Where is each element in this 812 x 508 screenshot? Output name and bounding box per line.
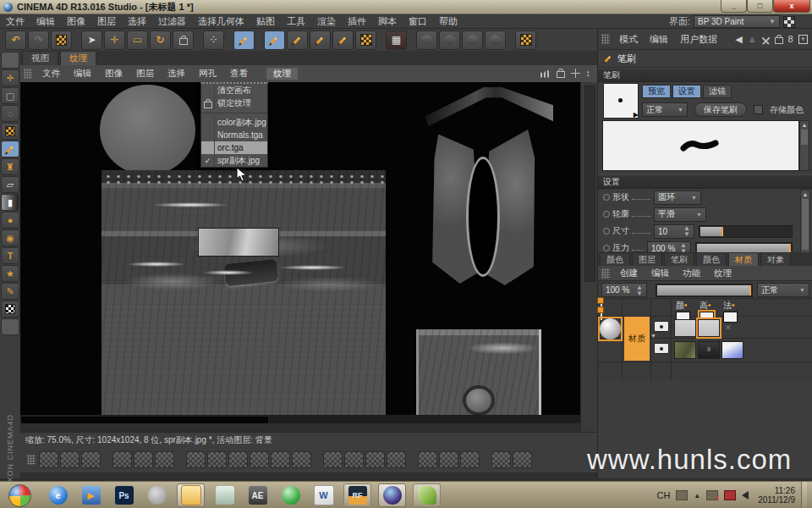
taskbar-media-player[interactable]: ▶	[78, 484, 104, 506]
tex-menu-texture-open[interactable]: 纹理	[266, 68, 298, 80]
tex-menu-mesh[interactable]: 网孔	[192, 68, 223, 80]
menu-layer[interactable]: 图层	[91, 15, 122, 28]
anim-dot-icon[interactable]	[603, 194, 610, 201]
show-desktop-button[interactable]	[801, 482, 807, 508]
texture-preset-button[interactable]	[112, 451, 132, 468]
shape-dropdown[interactable]: 圆环 ▼	[654, 190, 701, 205]
menu-image[interactable]: 图像	[61, 15, 91, 28]
taskbar-image-viewer[interactable]	[211, 484, 238, 506]
menu-select[interactable]: 选择	[122, 15, 152, 28]
drag-grip-icon[interactable]	[27, 455, 36, 465]
vscroll-thumb[interactable]	[584, 86, 595, 282]
fill-bucket-tool[interactable]: ●	[1, 212, 19, 229]
undo-stroke-button[interactable]	[51, 30, 72, 50]
new-panel-icon[interactable]: +	[798, 35, 808, 44]
lasso-tool[interactable]: ◌	[1, 105, 19, 122]
store-color-checkbox[interactable]	[754, 105, 763, 114]
dot-brush-tool[interactable]: ⁘	[203, 30, 224, 50]
render-clapper-button[interactable]: ▦	[386, 30, 407, 50]
menu-item-orc-tga[interactable]: orc.tga	[201, 141, 267, 154]
texture-preset-button[interactable]	[513, 451, 532, 468]
tex-menu-view[interactable]: 查看	[223, 68, 255, 80]
mat-menu-edit[interactable]: 编辑	[645, 268, 676, 279]
texture-preset-button[interactable]	[292, 451, 311, 468]
anim-dot-icon[interactable]	[603, 211, 610, 218]
menu-select-geometry[interactable]: 选择几何体	[192, 15, 250, 28]
texture-preset-button[interactable]	[460, 451, 480, 468]
speaker-icon[interactable]	[742, 491, 749, 500]
panel-menu-edit[interactable]: 编辑	[644, 33, 674, 46]
material-sphere-preview[interactable]	[600, 318, 621, 340]
redo-button[interactable]: ↷	[28, 30, 49, 50]
paint-circle-button[interactable]	[287, 30, 308, 50]
start-button[interactable]	[8, 484, 31, 507]
channel-texture-thumb[interactable]	[674, 341, 696, 359]
taskbar-file-explorer[interactable]	[177, 483, 205, 507]
taskbar-word[interactable]: W	[310, 484, 337, 506]
preview-scrollbar[interactable]: ▲	[799, 120, 809, 171]
menu-filter[interactable]: 过滤器	[152, 15, 192, 28]
texture-preset-button[interactable]	[81, 451, 101, 468]
gradient-tool[interactable]: ▮	[1, 194, 19, 211]
scroll-up-icon[interactable]: ▲	[800, 121, 809, 129]
mat-menu-function[interactable]: 功能	[676, 268, 707, 279]
link-icon[interactable]: 8	[788, 34, 793, 44]
unlock-icon[interactable]	[557, 71, 565, 78]
settings-section-header[interactable]: 设置	[598, 174, 812, 189]
texture-preset-button[interactable]	[207, 451, 227, 468]
panel-menu-user-data[interactable]: 用户数据	[674, 33, 723, 46]
interface-dropdown[interactable]: BP 3D Paint ▼	[694, 15, 780, 28]
minimize-button[interactable]: _	[721, 0, 747, 13]
tab-brushes[interactable]: 笔刷	[664, 252, 694, 266]
live-selection-tool[interactable]: ➤	[81, 30, 102, 50]
tab-layers[interactable]: 图层	[632, 252, 662, 266]
visibility-eye-icon[interactable]	[654, 343, 669, 354]
scroll-vertical-icon[interactable]: ↕	[586, 68, 591, 78]
paint-brush-tool[interactable]	[1, 141, 19, 157]
texture-preset-button[interactable]	[134, 451, 153, 468]
paint-x-button[interactable]	[332, 30, 354, 50]
histogram-icon[interactable]	[540, 69, 551, 78]
tex-menu-layer[interactable]: 图层	[129, 68, 161, 80]
menu-item-normals-tga[interactable]: Normals.tga	[201, 129, 267, 141]
chevron-down-icon[interactable]: ▼	[650, 333, 656, 339]
channel-texture-thumb-selected[interactable]	[698, 319, 720, 337]
maximize-button[interactable]: □	[747, 0, 773, 13]
anim-dot-icon[interactable]	[603, 245, 610, 251]
tex-menu-image[interactable]: 图像	[98, 68, 129, 80]
contour-dropdown[interactable]: 平滑 ▼	[654, 207, 706, 222]
cube-uv-button[interactable]	[439, 30, 460, 50]
cube-checker-button[interactable]	[485, 30, 506, 50]
taskbar-cinema4d[interactable]	[378, 483, 406, 507]
network-error-icon[interactable]: ✕	[706, 490, 718, 500]
paint-3d-mode-button[interactable]	[233, 30, 255, 50]
canvas-vscrollbar[interactable]	[580, 82, 598, 432]
tab-objects[interactable]: 对象	[760, 252, 791, 266]
tab-color[interactable]: 颜色	[600, 252, 630, 266]
pan-icon[interactable]	[571, 69, 580, 78]
lock-icon[interactable]	[775, 37, 783, 44]
texture-preset-button[interactable]	[418, 451, 437, 468]
hscroll-thumb[interactable]	[20, 416, 269, 423]
pick-color-tool[interactable]: ✎	[1, 283, 19, 300]
marquee-select-tool[interactable]: ▢	[1, 87, 19, 104]
texture-preset-button[interactable]	[491, 451, 511, 468]
texture-preset-button[interactable]	[344, 451, 364, 468]
tab-materials[interactable]: 材质	[728, 252, 759, 266]
brush-stroke-preview[interactable]	[602, 120, 799, 171]
menu-render[interactable]: 渲染	[311, 15, 342, 28]
tab-brush-preview[interactable]: 预览	[642, 85, 671, 98]
paint-check-button[interactable]	[310, 30, 331, 50]
color-settings-tool[interactable]	[1, 301, 19, 318]
scrollbar-thumb[interactable]	[801, 130, 808, 145]
texture-preset-button[interactable]	[228, 451, 248, 468]
texture-preset-button[interactable]	[39, 451, 58, 468]
size-slider[interactable]	[699, 225, 793, 238]
texture-preset-button[interactable]	[155, 451, 174, 468]
layout-icon[interactable]	[783, 16, 795, 28]
visibility-eye-icon[interactable]	[654, 321, 669, 332]
anim-dot-icon[interactable]	[603, 228, 610, 235]
tab-view[interactable]: 视图	[22, 51, 58, 65]
cube-projection-button[interactable]	[416, 30, 437, 50]
drag-grip-icon[interactable]	[24, 69, 32, 79]
